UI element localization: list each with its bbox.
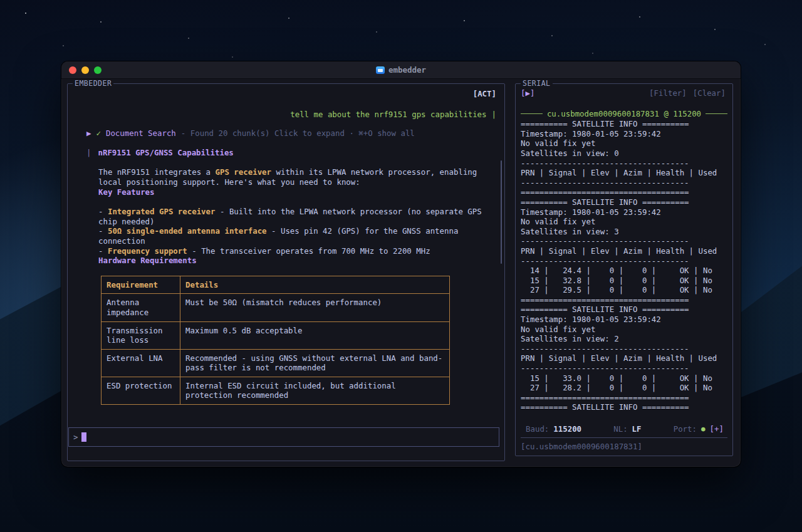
expand-arrow-icon: ▶ [86, 128, 91, 138]
serial-line: 15 | 32.8 | 0 | 0 | OK | No [521, 276, 727, 286]
intro-paragraph: The nRF9151 integrates a GPS receiver wi… [98, 167, 496, 187]
tool-name: Document Search [106, 128, 176, 138]
baud-label: Baud: [526, 424, 549, 434]
text-segment: - [98, 246, 108, 256]
serial-line: No valid fix yet [521, 217, 727, 227]
serial-play-button[interactable]: [▶] [521, 88, 534, 98]
text-segment: GPS receiver [216, 167, 272, 177]
feature-item: - Frequency support - The transceiver op… [98, 246, 496, 256]
serial-line: ========== SATELLITE INFO ========== [521, 402, 727, 412]
hardware-requirements-heading: Hardware Requirements [98, 256, 496, 266]
baud-value[interactable]: 115200 [553, 424, 581, 434]
text-segment: The nRF9151 integrates a [98, 167, 216, 177]
table-header-row: Requirement Details [102, 276, 450, 294]
details-cell: Internal ESD circuit included, but addit… [180, 377, 450, 404]
requirement-cell: Antenna impedance [102, 294, 180, 321]
serial-line: Timestamp: 1980-01-05 23:59:42 [521, 315, 727, 325]
serial-line: ------------------------------------ [521, 256, 727, 266]
serial-line: ------------------------------------ [521, 159, 727, 169]
serial-line: Satellites in view: 0 [521, 149, 727, 159]
requirement-header: Requirement [102, 276, 180, 294]
clear-button[interactable]: [Clear] [693, 88, 726, 98]
app-icon [376, 66, 385, 74]
key-features-heading: Key Features [98, 187, 496, 197]
serial-line: ------------------------------------ [521, 344, 727, 354]
serial-line: 14 | 24.4 | 0 | 0 | OK | No [521, 266, 727, 276]
feature-list: - Integrated GPS receiver - Built into t… [98, 207, 496, 256]
details-cell: Maximum 0.5 dB acceptable [180, 321, 450, 349]
desktop-background: embedder EMBEDDER [ACT] tell me about th… [0, 0, 802, 532]
requirement-cell: Transmission line loss [102, 321, 180, 349]
port-status-icon: ● [701, 424, 706, 434]
details-cell: Recommended - using GNSS without externa… [180, 349, 450, 377]
section-heading: nRF9151 GPS/GNSS Capabilities [98, 148, 233, 158]
text-segment: - The transceiver operates from 700 MHz … [187, 246, 430, 256]
minimize-button[interactable] [81, 66, 89, 74]
connection-header-line-right [706, 113, 727, 114]
serial-toolbar: [▶] [Filter] [Clear] [516, 84, 732, 98]
window-titlebar[interactable]: embedder [61, 61, 741, 79]
text-segment: 50Ω single-ended antenna interface [108, 226, 267, 236]
table-row: External LNARecommended - using GNSS wit… [102, 349, 450, 377]
wallpaper-stars [25, 13, 26, 14]
app-window: embedder EMBEDDER [ACT] tell me about th… [61, 61, 741, 467]
text-segment: Frequency support [108, 246, 187, 256]
serial-status-bar: Baud: 115200 NL: LF Port: ● [+] [516, 422, 732, 438]
serial-line: 27 | 28.2 | 0 | 0 | OK | No [521, 383, 727, 393]
user-message-row: tell me about the nrf9151 gps capabiliti… [86, 110, 496, 120]
port-label: Port: [674, 424, 697, 434]
traffic-lights [69, 66, 102, 74]
serial-line: Satellites in view: 2 [521, 334, 727, 344]
table-row: ESD protectionInternal ESD circuit inclu… [102, 377, 450, 404]
port-group: Port: ● [+] [674, 424, 724, 434]
serial-line: ==================================== [521, 295, 727, 305]
text-segment: - [98, 207, 108, 216]
connection-header: cu.usbmodem0009600187831 @ 115200 [521, 109, 727, 119]
chat-scrollbar[interactable] [501, 160, 502, 264]
zoom-button[interactable] [94, 66, 102, 74]
serial-line: 15 | 33.0 | 0 | 0 | OK | No [521, 373, 727, 383]
serial-output: ========== SATELLITE INFO ==========Time… [516, 119, 732, 422]
serial-line: ------------------------------------ [521, 178, 727, 188]
baud-group: Baud: 115200 [526, 424, 581, 434]
close-button[interactable] [69, 66, 76, 74]
connection-header-text: cu.usbmodem0009600187831 @ 115200 [547, 109, 701, 119]
requirements-table: Requirement Details Antenna impedanceMus… [101, 276, 450, 405]
user-message-cursor: | [492, 110, 496, 120]
table-row: Antenna impedanceMust be 50Ω (mismatch r… [102, 294, 450, 321]
input-prompt: > [73, 432, 78, 442]
text-segment: - [98, 226, 108, 236]
serial-line: No valid fix yet [521, 138, 727, 149]
add-port-button[interactable]: [+] [710, 424, 724, 434]
serial-line: No valid fix yet [521, 325, 727, 335]
details-header: Details [180, 276, 450, 294]
serial-line: PRN | Signal | Elev | Azim | Health | Us… [521, 168, 727, 178]
serial-body: [▶] [Filter] [Clear] cu.usbmodem00096001… [516, 84, 732, 456]
table-row: Transmission line lossMaximum 0.5 dB acc… [102, 321, 450, 349]
serial-line: ==================================== [521, 187, 727, 197]
act-mode-row: [ACT] [86, 89, 496, 99]
serial-line: Satellites in view: 3 [521, 227, 727, 237]
serial-line: ========== SATELLITE INFO ========== [521, 305, 727, 315]
feature-item: - Integrated GPS receiver - Built into t… [98, 207, 496, 226]
connection-header-line-left [521, 113, 543, 114]
serial-line: ========== SATELLITE INFO ========== [521, 197, 727, 207]
feature-item: - 50Ω single-ended antenna interface - U… [98, 226, 496, 246]
text-cursor [81, 432, 86, 442]
serial-line: Timestamp: 1980-01-05 23:59:42 [521, 207, 727, 217]
selected-port[interactable]: [cu.usbmodem0009600187831] [521, 442, 642, 451]
serial-line: ========== SATELLITE INFO ========== [521, 119, 727, 129]
act-mode-button[interactable]: [ACT] [473, 89, 496, 98]
tool-detail: - Found 20 chunk(s) Click to expand · ⌘+… [181, 128, 415, 138]
serial-panel: SERIAL [▶] [Filter] [Clear] cu.usbmodem0… [515, 83, 733, 456]
serial-line: PRN | Signal | Elev | Azim | Health | Us… [521, 353, 727, 363]
chat-input[interactable]: > [68, 427, 499, 447]
requirement-cell: External LNA [102, 349, 180, 377]
assistant-message: The nRF9151 integrates a GPS receiver wi… [86, 167, 496, 405]
newline-value[interactable]: LF [632, 424, 642, 434]
document-search-result[interactable]: ▶ ✓ Document Search - Found 20 chunk(s) … [86, 128, 496, 138]
filter-button[interactable]: [Filter] [649, 88, 687, 98]
serial-line: PRN | Signal | Elev | Azim | Health | Us… [521, 246, 727, 256]
details-cell: Must be 50Ω (mismatch reduces performanc… [180, 294, 450, 321]
serial-line: ==================================== [521, 393, 727, 403]
